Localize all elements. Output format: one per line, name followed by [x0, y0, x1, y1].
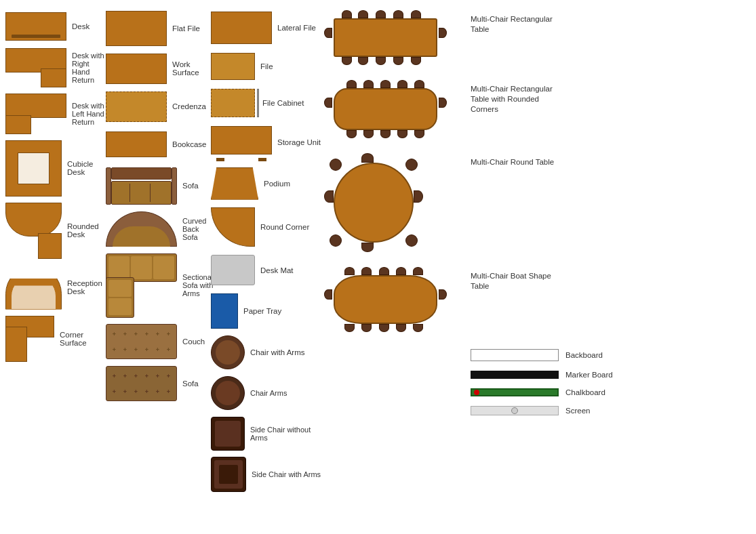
list-item: File: [211, 49, 323, 83]
flat-file-label: Flat File: [172, 24, 200, 33]
rect-table-icon: [323, 9, 448, 66]
sofa2-label: Sofa: [182, 379, 199, 388]
list-item: Credenza: [106, 89, 211, 124]
side-chair-arms-label: Side Chair with Arms: [252, 470, 321, 478]
list-item: Paper Tray: [211, 291, 323, 331]
flat-file-icon: [106, 11, 167, 46]
marker-board-icon: [471, 371, 559, 379]
col-furniture: Flat File Work Surface Credenza Bookcase: [106, 5, 211, 529]
rounded-desk-label: Rounded Desk: [67, 222, 106, 239]
desk-left-icon: [5, 94, 66, 134]
round-table-label-row: Multi-Chair Round Table: [471, 152, 751, 266]
table-item: [323, 79, 465, 140]
tables-section: [323, 9, 465, 529]
chair-arms2-label: Chair Arms: [250, 389, 287, 397]
list-item: Sectional Sofa with Arms: [106, 251, 211, 319]
desk-label: Desk: [72, 22, 89, 30]
rounded-rect-table-icon: [323, 79, 448, 140]
boards-section: Backboard Marker Board Chalkboard: [471, 346, 751, 415]
list-item: Curved Back Sofa: [106, 209, 211, 249]
round-corner-label: Round Corner: [260, 223, 309, 231]
round-table-label: Multi-Chair Round Table: [471, 157, 554, 167]
list-item: Podium: [211, 165, 323, 202]
chalkboard-label: Chalkboard: [565, 388, 605, 396]
desk-left-label: Desk with Left Hand Return: [72, 102, 106, 126]
list-item: Desk: [5, 9, 106, 44]
side-chair-no-arms-icon: [211, 417, 245, 451]
chalkboard-icon: [471, 388, 559, 396]
curved-sofa-icon: [106, 211, 177, 247]
lateral-file-label: Lateral File: [277, 24, 316, 32]
table-item: [323, 9, 465, 66]
desk-right-icon: [5, 48, 66, 87]
side-chair-no-arms-label: Side Chair without Arms: [250, 426, 323, 442]
paper-tray-label: Paper Tray: [243, 307, 281, 315]
list-item: Work Surface: [106, 51, 211, 86]
list-item: Corner Surface: [5, 314, 106, 363]
list-item: File Cabinet: [211, 86, 323, 120]
list-item: Side Chair with Arms: [211, 455, 323, 493]
reception-label: Reception Desk: [67, 279, 106, 295]
boat-table-icon: [323, 266, 448, 333]
boat-table-label: Multi-Chair Boat Shape Table: [471, 271, 565, 291]
list-item: ++++++++++++ Couch: [106, 322, 211, 361]
credenza-label: Credenza: [172, 102, 206, 110]
chair-arms2-icon: [211, 376, 245, 410]
desk-right-label: Desk with Right Hand Return: [72, 52, 106, 84]
marker-board-label: Marker Board: [565, 371, 613, 379]
sofa2-icon: ++++++++++++: [106, 366, 177, 401]
list-item: Side Chair without Arms: [211, 415, 323, 453]
desk-mat-label: Desk Mat: [260, 266, 294, 274]
rounded-desk-icon: [5, 203, 62, 259]
couch-label: Couch: [182, 337, 205, 346]
reception-icon: [5, 266, 62, 310]
board-item: Marker Board: [471, 371, 751, 379]
storage-label: Storage Unit: [277, 138, 321, 146]
list-item: Lateral File: [211, 9, 323, 47]
list-item: ++++++++++++ Sofa: [106, 364, 211, 403]
corner-label: Corner Surface: [60, 331, 106, 347]
cubicle-icon: [5, 140, 62, 197]
list-item: Chair with Arms: [211, 333, 323, 371]
podium-label: Podium: [264, 180, 290, 188]
bookcase-label: Bookcase: [172, 140, 207, 148]
chair-arms1-icon: [211, 335, 245, 369]
list-item: Reception Desk: [5, 263, 106, 312]
backboard-icon: [471, 349, 559, 361]
desk-mat-icon: [211, 255, 255, 285]
board-item: Chalkboard: [471, 388, 751, 396]
col-filing: Lateral File File File Cabinet Storage U…: [211, 5, 323, 529]
board-item: Backboard: [471, 349, 751, 361]
cubicle-label: Cubicle Desk: [67, 160, 106, 176]
table-item: [323, 266, 465, 333]
side-chair-arms-icon: [211, 457, 246, 492]
list-item: Storage Unit: [211, 123, 323, 162]
list-item: Bookcase: [106, 127, 211, 162]
sofa-icon: [106, 167, 177, 205]
desk-icon: [5, 12, 66, 41]
sofa-label: Sofa: [182, 182, 199, 190]
screen-icon: [471, 406, 559, 415]
sectional-icon: [106, 253, 177, 318]
corner-icon: [5, 316, 54, 362]
round-corner-icon: [211, 207, 255, 247]
list-item: Chair Arms: [211, 374, 323, 412]
chair-arms1-label: Chair with Arms: [250, 348, 305, 356]
list-item: Rounded Desk: [5, 201, 106, 260]
rounded-table-label-row: Multi-Chair Rectangular Table with Round…: [471, 79, 751, 152]
list-item: Desk with Right Hand Return: [5, 47, 106, 89]
list-item: Desk with Left Hand Return: [5, 91, 106, 136]
list-item: Desk Mat: [211, 251, 323, 289]
bookcase-icon: [106, 131, 167, 157]
labels-boards-section: Multi-Chair Rectangular Table Multi-Chai…: [471, 9, 751, 529]
backboard-label: Backboard: [565, 351, 603, 359]
podium-icon: [211, 167, 258, 200]
lateral-file-icon: [211, 12, 272, 44]
file-cabinet-icon: [211, 89, 257, 117]
boat-table-label-row: Multi-Chair Boat Shape Table: [471, 266, 751, 346]
storage-icon: [211, 126, 272, 159]
sectional-label: Sectional Sofa with Arms: [182, 273, 213, 297]
rect-table-label-row: Multi-Chair Rectangular Table: [471, 9, 751, 79]
rect-table-label: Multi-Chair Rectangular Table: [471, 14, 565, 35]
credenza-icon: [106, 91, 167, 122]
